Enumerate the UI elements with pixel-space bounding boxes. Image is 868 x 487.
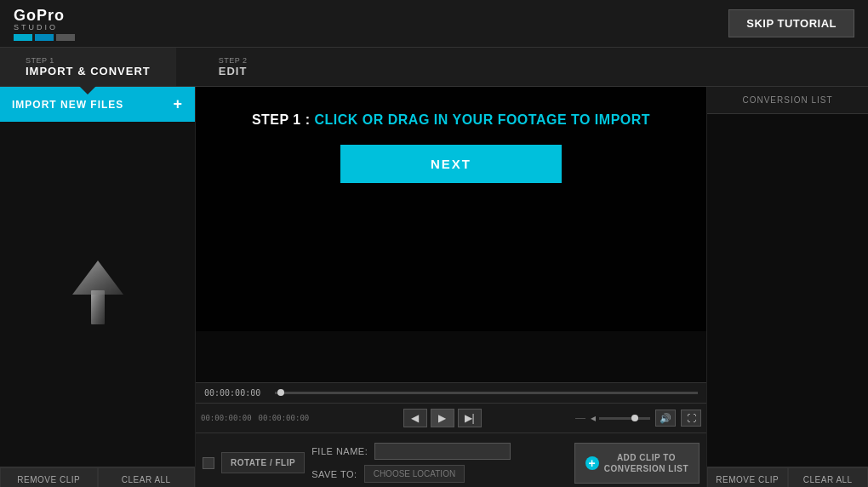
scrubber-track[interactable] [275,392,698,394]
filename-label: FILE NAME: [311,446,368,456]
clip-checkbox[interactable] [203,457,214,469]
import-new-files-button[interactable]: IMPORT NEW FILES + [0,87,195,122]
playback-center: ◀ ▶ ▶| [403,409,482,427]
dash-separator: — [575,412,585,424]
logo-studio: STUDIO [14,23,58,32]
left-sidebar-content [0,122,195,467]
timecode: 00:00:00:00 [204,388,268,398]
remove-clip-button-left[interactable]: REMOVE CLIP [0,467,98,487]
logo-bar-gray [56,34,75,41]
rotate-flip-button[interactable]: ROTATE / FLIP [221,452,305,473]
playback-time-start: 00:00:00:00 [201,414,252,422]
playback-right: — ◂ 🔊 ⛶ [575,410,701,427]
saveto-label: SAVE TO: [311,469,357,479]
playback-time-end: 00:00:00:00 [259,414,310,422]
logo-bar-blue1 [14,34,32,41]
bottom-sidebar-left: REMOVE CLIP CLEAR ALL [0,467,195,487]
saveto-row: SAVE TO: CHOOSE LOCATION [311,465,568,483]
add-plus-icon: + [585,456,599,470]
filename-input[interactable] [374,443,511,460]
left-sidebar: IMPORT NEW FILES + REMOVE CLIP CLEAR AL [0,87,196,487]
volume-track[interactable] [599,417,650,420]
filename-area: FILE NAME: SAVE TO: CHOOSE LOCATION [311,443,568,483]
step1-name: IMPORT & CONVERT [26,65,151,77]
choose-location-button[interactable]: CHOOSE LOCATION [364,465,465,483]
center-content: STEP 1 : CLICK OR DRAG IN YOUR FOOTAGE T… [196,87,706,487]
logo-bar-blue2 [35,34,54,41]
logo-bars [14,34,75,41]
step1-number: STEP 1 [26,56,151,65]
tab-edit[interactable]: STEP 2 EDIT [193,48,273,86]
import-button-label: IMPORT NEW FILES [12,99,123,111]
play-button[interactable]: ▶ [431,409,454,427]
step-tabs: STEP 1 IMPORT & CONVERT STEP 2 EDIT [0,48,868,87]
playback-controls: 00:00:00:00 00:00:00:00 ◀ ▶ ▶| — ◂ 🔊 ⛶ [196,403,706,433]
volume-slider-container: ◂ [591,412,650,424]
timeline-bar: 00:00:00:00 [196,382,706,403]
next-frame-button[interactable]: ▶| [458,409,482,427]
step-prefix: STEP 1 : [252,112,315,127]
step2-number: STEP 2 [219,56,248,65]
prev-frame-button[interactable]: ◀ [403,409,427,427]
clear-all-button-right[interactable]: CLEAR ALL [788,467,869,487]
add-clip-to-conversion-button[interactable]: + ADD CLIP TOCONVERSION LIST [574,443,700,484]
main-area: IMPORT NEW FILES + REMOVE CLIP CLEAR AL [0,87,868,487]
video-area: STEP 1 : CLICK OR DRAG IN YOUR FOOTAGE T… [196,87,706,382]
step2-name: EDIT [219,65,248,77]
filename-row: FILE NAME: [311,443,568,460]
remove-clip-button-right[interactable]: REMOVE CLIP [707,467,788,487]
mute-button[interactable]: 🔊 [655,410,676,427]
next-button[interactable]: NEXT [340,145,562,183]
volume-icon: ◂ [591,412,596,424]
header: GoPro STUDIO SKIP TUTORIAL [0,0,868,48]
svg-rect-0 [91,290,105,324]
add-clip-label: ADD CLIP TOCONVERSION LIST [604,452,688,474]
scrubber-dot [277,389,284,396]
step-instruction: CLICK OR DRAG IN YOUR FOOTAGE TO IMPORT [314,112,650,127]
upload-arrow-icon [64,256,132,333]
svg-marker-1 [72,261,123,295]
logo-area: GoPro STUDIO [14,7,75,41]
conversion-list-header: CONVERSION LIST [707,87,868,114]
import-plus-icon: + [173,95,183,113]
volume-dot [631,415,638,421]
playback-left: 00:00:00:00 00:00:00:00 [201,414,309,422]
right-bottom-buttons: REMOVE CLIP CLEAR ALL [707,467,868,487]
right-sidebar: CONVERSION LIST REMOVE CLIP CLEAR ALL [706,87,868,487]
tutorial-overlay: STEP 1 : CLICK OR DRAG IN YOUR FOOTAGE T… [196,87,706,331]
clear-all-button-left[interactable]: CLEAR ALL [98,467,196,487]
skip-tutorial-button[interactable]: SKIP TUTORIAL [728,9,854,37]
tutorial-step1-text: STEP 1 : CLICK OR DRAG IN YOUR FOOTAGE T… [252,112,650,128]
step-tab-arrow [79,86,96,95]
tab-import-convert[interactable]: STEP 1 IMPORT & CONVERT [0,48,176,86]
logo-gopro: GoPro [14,7,65,25]
bottom-strip: ROTATE / FLIP FILE NAME: SAVE TO: CHOOSE… [196,433,706,487]
conversion-list-content [707,114,868,467]
fullscreen-button[interactable]: ⛶ [681,410,701,427]
